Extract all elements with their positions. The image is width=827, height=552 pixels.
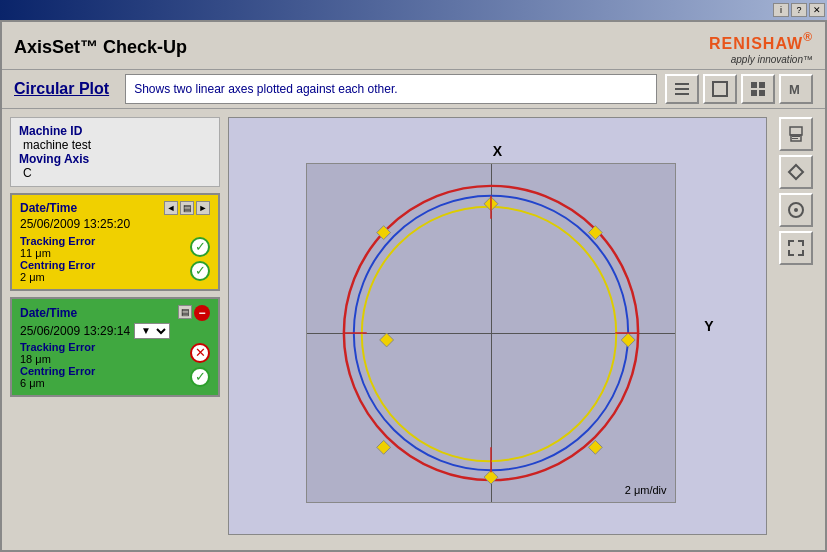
app-title: AxisSet™ Check-Up <box>14 37 187 58</box>
plot-svg <box>307 164 675 502</box>
right-panel <box>775 117 817 535</box>
card1-tracking-label: Tracking Error <box>20 235 95 247</box>
svg-marker-15 <box>484 470 498 484</box>
close-button[interactable]: ✕ <box>809 3 825 17</box>
card2-list-button[interactable]: ▤ <box>178 305 192 319</box>
svg-point-10 <box>353 195 627 469</box>
card2-nav: ▤ − <box>178 305 210 321</box>
print-button[interactable] <box>779 117 813 151</box>
help-button[interactable]: ? <box>791 3 807 17</box>
card1-nav: ◄ ▤ ► <box>164 201 210 215</box>
card2-dropdown-row: 25/06/2009 13:29:14 ▼ <box>20 323 210 339</box>
grid-view-button[interactable] <box>703 74 737 104</box>
svg-rect-27 <box>792 138 798 139</box>
svg-marker-18 <box>376 440 390 454</box>
list-view-button[interactable] <box>665 74 699 104</box>
svg-rect-0 <box>675 83 689 85</box>
left-panel: Machine ID machine test Moving Axis C Da… <box>10 117 220 535</box>
svg-rect-3 <box>713 82 727 96</box>
circle-button[interactable] <box>779 193 813 227</box>
brand-name: RENISHAW® <box>709 30 813 54</box>
content-area: Machine ID machine test Moving Axis C Da… <box>2 109 825 543</box>
card2-datetime: 25/06/2009 13:29:14 <box>20 324 130 338</box>
brand-tagline: apply innovation™ <box>709 54 813 65</box>
svg-rect-26 <box>792 136 800 137</box>
svg-rect-4 <box>751 82 757 88</box>
scatter-view-button[interactable] <box>741 74 775 104</box>
card1-next-button[interactable]: ► <box>196 201 210 215</box>
svg-rect-1 <box>675 88 689 90</box>
card1-centering-value: 2 μm <box>20 271 95 283</box>
machine-id-label: Machine ID <box>19 124 211 138</box>
info-button[interactable]: i <box>773 3 789 17</box>
section-title: Circular Plot <box>14 80 109 98</box>
card2-tracking-status-icon: ✕ <box>190 343 210 363</box>
card1-header: Date/Time ◄ ▤ ► <box>20 201 210 215</box>
main-window: AxisSet™ Check-Up RENISHAW® apply innova… <box>0 20 827 552</box>
card1-datetime: 25/06/2009 13:25:20 <box>20 217 210 231</box>
expand-button[interactable] <box>779 231 813 265</box>
data-card-2: Date/Time ▤ − 25/06/2009 13:29:14 ▼ Trac… <box>10 297 220 397</box>
card2-tracking-label: Tracking Error <box>20 341 95 353</box>
machine-info-panel: Machine ID machine test Moving Axis C <box>10 117 220 187</box>
toolbar-buttons: M <box>665 74 813 104</box>
toolbar-row: Circular Plot Shows two linear axes plot… <box>2 69 825 109</box>
plot-inner: 2 μm/div <box>306 163 676 503</box>
card2-remove-button[interactable]: − <box>194 305 210 321</box>
axis-y-label: Y <box>704 318 713 334</box>
svg-rect-5 <box>759 82 765 88</box>
card2-centering-value: 6 μm <box>20 377 95 389</box>
card2-centering-label: Centring Error <box>20 365 95 377</box>
scale-label: 2 μm/div <box>625 484 667 496</box>
card2-datetime-label: Date/Time <box>20 306 77 320</box>
data-card-1: Date/Time ◄ ▤ ► 25/06/2009 13:25:20 Trac… <box>10 193 220 291</box>
moving-axis-value: C <box>19 166 211 180</box>
card1-datetime-label: Date/Time <box>20 201 77 215</box>
card1-centering-label: Centring Error <box>20 259 95 271</box>
card2-datetime-select[interactable]: ▼ <box>134 323 170 339</box>
card1-list-button[interactable]: ▤ <box>180 201 194 215</box>
axis-x-label: X <box>493 143 502 159</box>
chart-view-button[interactable]: M <box>779 74 813 104</box>
card2-tracking-value: 18 μm <box>20 353 95 365</box>
renishaw-logo: RENISHAW® apply innovation™ <box>709 30 813 65</box>
card2-centering-row: Centring Error 6 μm ✓ <box>20 365 210 389</box>
card1-tracking-row: Tracking Error 11 μm ✓ <box>20 235 210 259</box>
svg-rect-2 <box>675 93 689 95</box>
card1-tracking-value: 11 μm <box>20 247 95 259</box>
card1-prev-button[interactable]: ◄ <box>164 201 178 215</box>
svg-marker-28 <box>789 165 803 179</box>
card2-header: Date/Time ▤ − <box>20 305 210 321</box>
svg-marker-13 <box>621 333 635 347</box>
machine-id-value: machine test <box>19 138 211 152</box>
svg-point-30 <box>794 208 798 212</box>
moving-axis-label: Moving Axis <box>19 152 211 166</box>
card1-tracking-status-icon: ✓ <box>190 237 210 257</box>
header: AxisSet™ Check-Up RENISHAW® apply innova… <box>2 22 825 69</box>
svg-marker-14 <box>379 333 393 347</box>
card1-centering-row: Centring Error 2 μm ✓ <box>20 259 210 283</box>
svg-rect-6 <box>751 90 757 96</box>
diamond-button[interactable] <box>779 155 813 189</box>
svg-point-11 <box>361 206 615 460</box>
svg-rect-24 <box>790 127 802 135</box>
description-box: Shows two linear axes plotted against ea… <box>125 74 657 104</box>
title-bar: i ? ✕ <box>0 0 827 20</box>
card2-centering-status-icon: ✓ <box>190 367 210 387</box>
svg-rect-7 <box>759 90 765 96</box>
plot-area: X <box>228 117 767 535</box>
svg-text:M: M <box>789 82 800 97</box>
card2-tracking-row: Tracking Error 18 μm ✕ <box>20 341 210 365</box>
card1-centering-status-icon: ✓ <box>190 261 210 281</box>
